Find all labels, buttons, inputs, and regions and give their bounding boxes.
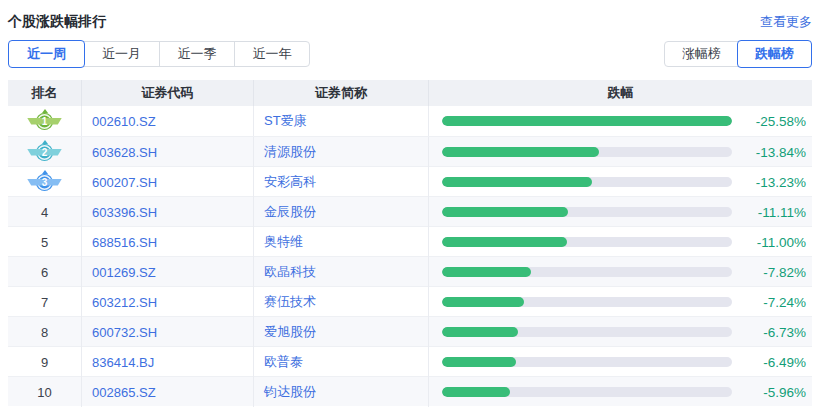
change-bar-track (442, 207, 732, 217)
rank-3-medal: 3 (36, 174, 53, 191)
stock-code[interactable]: 603212.SH (82, 287, 254, 317)
rank-cell: 9 (8, 347, 82, 377)
rank-cell: 1 (8, 106, 82, 136)
change-bar-track (442, 327, 732, 337)
change-percent: -13.84% (732, 145, 812, 160)
change-bar-fill (442, 297, 524, 307)
table-row: 8 600732.SH 爱旭股份 -6.73% (8, 316, 812, 346)
stock-code[interactable]: 002610.SZ (82, 106, 254, 136)
stock-name[interactable]: 金辰股份 (254, 197, 429, 227)
change-cell: -5.96% (429, 377, 812, 407)
change-percent: -25.58% (732, 114, 812, 129)
change-cell: -11.11% (429, 197, 812, 227)
rank-cell: 7 (8, 287, 82, 317)
change-cell: -6.49% (429, 347, 812, 377)
col-header-rank: 排名 (8, 80, 82, 106)
rank-number: 4 (41, 205, 48, 220)
filter-controls: 近一周 近一月 近一季 近一年 涨幅榜 跌幅榜 (8, 40, 812, 68)
stock-name[interactable]: 奥特维 (254, 227, 429, 257)
table-row: 9 836414.BJ 欧普泰 -6.49% (8, 346, 812, 376)
stock-name[interactable]: 欧普泰 (254, 347, 429, 377)
rank-cell: 5 (8, 227, 82, 257)
stock-name[interactable]: 安彩高科 (254, 167, 429, 197)
stock-code[interactable]: 600207.SH (82, 167, 254, 197)
stock-name[interactable]: ST爱康 (254, 106, 429, 136)
col-header-code: 证券代码 (82, 80, 254, 106)
table-row: 7 603212.SH 赛伍技术 -7.24% (8, 286, 812, 316)
stock-name[interactable]: 爱旭股份 (254, 317, 429, 347)
stock-code[interactable]: 002865.SZ (82, 377, 254, 407)
change-bar-track (442, 297, 732, 307)
stock-name[interactable]: 赛伍技术 (254, 287, 429, 317)
rank-cell: 10 (8, 377, 82, 407)
change-bar-track (442, 387, 732, 397)
change-cell: -13.23% (429, 167, 812, 197)
table-row: 5 688516.SH 奥特维 -11.00% (8, 226, 812, 256)
rank-cell: 2 (8, 137, 82, 167)
change-bar-fill (442, 357, 516, 367)
tab-period-year[interactable]: 近一年 (234, 42, 309, 66)
stock-ranking-panel: 个股涨跌幅排行 查看更多 近一周 近一月 近一季 近一年 涨幅榜 跌幅榜 排名 … (0, 0, 820, 406)
rank-number: 9 (41, 355, 48, 370)
change-bar-track (442, 177, 732, 187)
tab-gainers[interactable]: 涨幅榜 (665, 42, 738, 66)
page-title: 个股涨跌幅排行 (8, 13, 106, 31)
change-cell: -25.58% (429, 106, 812, 136)
change-bar-fill (442, 147, 599, 157)
rank-number: 6 (41, 265, 48, 280)
table-header: 排名 证券代码 证券简称 跌幅 (8, 80, 812, 106)
change-cell: -11.00% (429, 227, 812, 257)
col-header-change: 跌幅 (429, 80, 812, 106)
change-bar-track (442, 147, 732, 157)
rank-number: 7 (41, 295, 48, 310)
stock-name[interactable]: 欧晶科技 (254, 257, 429, 287)
rank-1-medal: 1 (36, 113, 53, 130)
change-bar-track (442, 357, 732, 367)
change-bar-fill (442, 387, 510, 397)
change-percent: -7.24% (732, 295, 812, 310)
period-tabs: 近一周 近一月 近一季 近一年 (8, 41, 310, 67)
tab-period-month[interactable]: 近一月 (84, 42, 159, 66)
change-bar-fill (442, 267, 531, 277)
rank-cell: 4 (8, 197, 82, 227)
change-percent: -11.11% (732, 205, 812, 220)
table-row: 3 600207.SH 安彩高科 -13.23% (8, 166, 812, 196)
change-percent: -11.00% (732, 235, 812, 250)
stock-code[interactable]: 001269.SZ (82, 257, 254, 287)
change-percent: -6.49% (732, 355, 812, 370)
rank-cell: 3 (8, 167, 82, 197)
stock-code[interactable]: 603628.SH (82, 137, 254, 167)
table-row: 10 002865.SZ 钧达股份 -5.96% (8, 376, 812, 406)
panel-header: 个股涨跌幅排行 查看更多 (8, 10, 812, 34)
table-row: 1 002610.SZ ST爱康 -25.58% (8, 106, 812, 136)
rank-type-tabs: 涨幅榜 跌幅榜 (664, 41, 812, 67)
change-percent: -5.96% (732, 385, 812, 400)
stock-code[interactable]: 688516.SH (82, 227, 254, 257)
change-bar-fill (442, 177, 592, 187)
change-bar-track (442, 267, 732, 277)
tab-period-week[interactable]: 近一周 (8, 40, 85, 68)
change-bar-fill (442, 207, 568, 217)
stock-name[interactable]: 清源股份 (254, 137, 429, 167)
change-cell: -7.24% (429, 287, 812, 317)
change-percent: -6.73% (732, 325, 812, 340)
change-bar-track (442, 116, 732, 126)
change-percent: -7.82% (732, 265, 812, 280)
view-more-link[interactable]: 查看更多 (760, 13, 812, 31)
tab-losers[interactable]: 跌幅榜 (737, 40, 812, 68)
change-bar-fill (442, 237, 567, 247)
change-bar-fill (442, 327, 518, 337)
rank-2-medal: 2 (36, 144, 53, 161)
rank-cell: 6 (8, 257, 82, 287)
stock-code[interactable]: 603396.SH (82, 197, 254, 227)
col-header-name: 证券简称 (254, 80, 429, 106)
table-row: 2 603628.SH 清源股份 -13.84% (8, 136, 812, 166)
table-row: 6 001269.SZ 欧晶科技 -7.82% (8, 256, 812, 286)
change-cell: -7.82% (429, 257, 812, 287)
rank-number: 10 (37, 385, 51, 400)
stock-code[interactable]: 600732.SH (82, 317, 254, 347)
tab-period-quarter[interactable]: 近一季 (159, 42, 234, 66)
stock-code[interactable]: 836414.BJ (82, 347, 254, 377)
stock-name[interactable]: 钧达股份 (254, 377, 429, 407)
rank-number: 8 (41, 325, 48, 340)
